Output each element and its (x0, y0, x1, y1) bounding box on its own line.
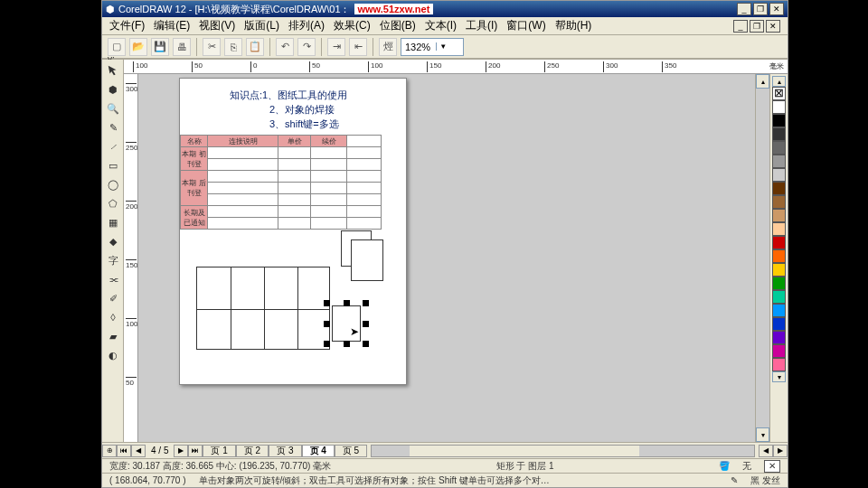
restore-button[interactable]: ❐ (753, 3, 768, 15)
paste-button[interactable]: 📋 (246, 38, 264, 56)
menu-effects[interactable]: 效果(C) (334, 18, 371, 33)
color-swatch[interactable] (772, 168, 786, 182)
cut-button[interactable]: ✂ (203, 38, 221, 56)
shape-tool[interactable]: ⬢ (104, 80, 122, 99)
page-prev-button[interactable]: ◀ (131, 445, 146, 457)
color-swatch[interactable] (772, 249, 786, 263)
save-button[interactable]: 💾 (151, 38, 169, 56)
new-button[interactable]: ▢ (108, 38, 126, 56)
import-button[interactable]: ⇥ (327, 38, 345, 56)
undo-button[interactable]: ↶ (276, 38, 294, 56)
print-button[interactable]: 🖶 (173, 38, 191, 56)
color-swatch[interactable] (772, 182, 786, 195)
outline-tool[interactable]: ◊ (104, 308, 122, 326)
menubar: 文件(F) 编辑(E) 视图(V) 版面(L) 排列(A) 效果(C) 位图(B… (102, 17, 788, 35)
minimize-button[interactable]: _ (737, 3, 751, 15)
selected-rect[interactable] (324, 300, 369, 347)
text-tool[interactable]: 字 (104, 251, 122, 269)
page-first-button[interactable]: ⏮ (117, 445, 131, 457)
menu-file[interactable]: 文件(F) (109, 18, 145, 33)
scroll-up-button[interactable]: ▴ (756, 74, 769, 89)
graph-paper-grid[interactable] (196, 267, 330, 350)
fill-tool[interactable]: ▰ (104, 327, 122, 345)
page-tab-4[interactable]: 页 4 (302, 445, 335, 457)
redo-button[interactable]: ↷ (297, 38, 316, 56)
eyedropper-tool[interactable]: ✐ (104, 289, 122, 307)
interactive-fill-tool[interactable]: ◐ (104, 346, 122, 364)
rectangle-tool[interactable]: ▭ (104, 156, 122, 174)
no-fill-swatch[interactable]: ⊠ (772, 87, 786, 100)
color-swatch[interactable] (772, 236, 786, 249)
page-tab-5[interactable]: 页 5 (335, 445, 367, 457)
palette-down-button[interactable]: ▾ (772, 371, 786, 382)
polygon-tool[interactable]: ⬠ (104, 194, 122, 212)
color-swatch[interactable] (772, 358, 786, 371)
color-swatch[interactable] (772, 195, 786, 209)
color-swatch[interactable] (772, 277, 786, 290)
zoom-combo[interactable]: 132%▼ (401, 38, 464, 56)
doc-close-button[interactable]: ✕ (766, 20, 780, 33)
menu-edit[interactable]: 编辑(E) (154, 18, 190, 33)
menu-text[interactable]: 文本(I) (425, 18, 457, 33)
color-swatch[interactable] (772, 290, 786, 304)
doc-minimize-button[interactable]: _ (733, 20, 748, 33)
zoom-tool[interactable]: 🔍 (104, 99, 122, 117)
color-swatch[interactable] (772, 127, 786, 141)
menu-tools[interactable]: 工具(I) (466, 18, 497, 33)
scroll-left-button[interactable]: ◀ (759, 445, 773, 457)
doc-restore-button[interactable]: ❐ (750, 20, 764, 33)
color-swatch[interactable] (772, 222, 786, 236)
page-tab-2[interactable]: 页 2 (236, 445, 269, 457)
status-fill: 无 (742, 460, 751, 473)
color-swatch[interactable] (772, 114, 786, 127)
close-button[interactable]: ✕ (769, 3, 784, 15)
menu-help[interactable]: 帮助(H) (555, 18, 592, 33)
horizontal-ruler[interactable]: 100 50 0 50 100 150 200 250 300 350 毫米 (124, 60, 788, 74)
pick-tool[interactable] (104, 61, 122, 80)
no-fill-indicator[interactable]: ✕ (764, 460, 780, 473)
title-url: www.51zxw.net (354, 4, 434, 14)
menu-bitmap[interactable]: 位图(B) (380, 18, 416, 33)
workspace: ⬢ 🔍 ✎ ⟋ ▭ ◯ ⬠ ▦ ◆ 字 ⫘ ✐ ◊ ▰ ◐ 100 50 0 5… (102, 60, 788, 442)
menu-arrange[interactable]: 排列(A) (288, 18, 325, 33)
color-palette: ▴ ⊠ ▾ (769, 74, 788, 442)
color-swatch[interactable] (772, 141, 786, 155)
ellipse-tool[interactable]: ◯ (104, 175, 122, 193)
color-swatch[interactable] (772, 331, 786, 344)
blend-tool[interactable]: ⫘ (104, 270, 122, 288)
horizontal-scrollbar[interactable] (371, 445, 755, 457)
page-add-button[interactable]: ⊕ (102, 445, 117, 457)
color-swatch[interactable] (772, 344, 786, 358)
color-swatch[interactable] (772, 155, 786, 168)
vertical-ruler[interactable]: 300 250 200 150 100 50 (124, 74, 138, 442)
canvas[interactable]: 知识点:1、图纸工具的使用 2、对象的焊接 3、shift键=多选 名称连接说明… (138, 74, 755, 442)
standard-toolbar: ▢ 📂 💾 🖶 ✂ ⎘ 📋 ↶ ↷ ⇥ ⇤ 烴 132%▼ (102, 35, 788, 59)
menu-view[interactable]: 视图(V) (199, 18, 235, 33)
vertical-scrollbar[interactable]: ▴ ▾ (755, 74, 769, 442)
page-tab-3[interactable]: 页 3 (269, 445, 301, 457)
app-icon: ⬢ (106, 4, 115, 15)
color-swatch[interactable] (772, 100, 786, 114)
freehand-tool[interactable]: ✎ (104, 118, 122, 136)
menu-layout[interactable]: 版面(L) (244, 18, 279, 33)
copy-button[interactable]: ⎘ (224, 38, 242, 56)
color-swatch[interactable] (772, 209, 786, 222)
color-swatch[interactable] (772, 304, 786, 317)
rect-2[interactable] (351, 239, 383, 281)
menu-window[interactable]: 窗口(W) (506, 18, 545, 33)
basic-shapes-tool[interactable]: ◆ (104, 232, 122, 250)
scroll-down-button[interactable]: ▾ (756, 427, 769, 442)
app-launcher-icon[interactable]: 烴 (379, 38, 397, 56)
export-button[interactable]: ⇤ (349, 38, 367, 56)
color-swatch[interactable] (772, 263, 786, 277)
page-tab-1[interactable]: 页 1 (203, 445, 235, 457)
open-button[interactable]: 📂 (129, 38, 147, 56)
page-last-button[interactable]: ⏭ (188, 445, 203, 457)
page-next-button[interactable]: ▶ (174, 445, 188, 457)
scroll-right-button[interactable]: ▶ (773, 445, 788, 457)
graph-paper-tool[interactable]: ▦ (104, 213, 122, 231)
knowledge-text: 知识点:1、图纸工具的使用 2、对象的焊接 3、shift键=多选 (230, 88, 347, 131)
color-swatch[interactable] (772, 317, 786, 331)
page-navigator: ⊕ ⏮ ◀ 4 / 5 ▶ ⏭ 页 1 页 2 页 3 页 4 页 5 ◀ ▶ (102, 442, 788, 458)
smart-draw-tool[interactable]: ⟋ (104, 137, 122, 155)
